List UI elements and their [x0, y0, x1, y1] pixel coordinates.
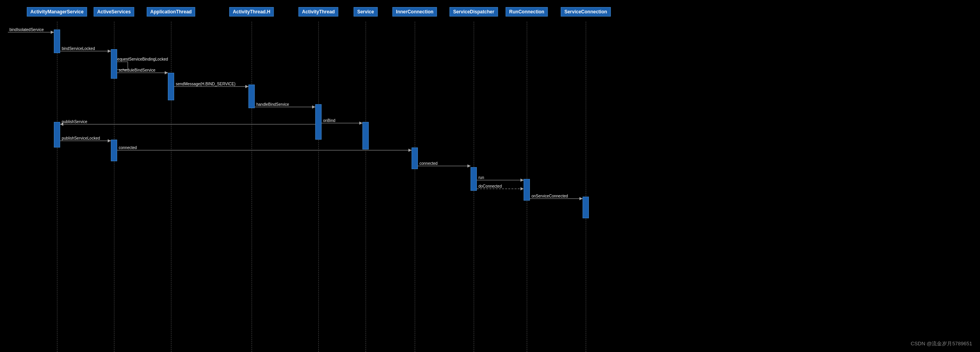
activation-box-0: [54, 29, 60, 53]
watermark: CSDN @流金岁月5789651: [911, 340, 972, 347]
activation-box-3: [248, 85, 255, 108]
lifeline-header-at: ApplicationThread: [147, 7, 195, 17]
svg-marker-4: [108, 50, 111, 53]
svg-text:sendMessage(H.BIND_SERVICE): sendMessage(H.BIND_SERVICE): [176, 82, 235, 86]
lifeline-line-ath: [252, 22, 252, 352]
svg-marker-27: [408, 149, 412, 152]
lifeline-header-rc: RunConnection: [506, 7, 548, 17]
lifeline-line-sc: [586, 22, 586, 352]
sequence-diagram: bindIsolatedServicebindServiceLockedrequ…: [0, 0, 980, 352]
lifeline-line-ic: [415, 22, 415, 352]
svg-text:publishService: publishService: [62, 120, 87, 124]
svg-marker-36: [520, 187, 524, 190]
lifeline-header-svc: Service: [354, 7, 378, 17]
arrows-layer: bindIsolatedServicebindServiceLockedrequ…: [0, 0, 980, 352]
svg-marker-33: [520, 179, 524, 182]
svg-marker-21: [60, 123, 63, 126]
activation-box-7: [111, 140, 117, 161]
svg-marker-30: [467, 164, 471, 168]
lifeline-header-sc: ServiceConnection: [561, 7, 611, 17]
lifeline-line-ams: [57, 22, 57, 352]
lifeline-line-at: [171, 22, 171, 352]
lifeline-header-ath: ActivityThread.H: [229, 7, 274, 17]
svg-marker-15: [312, 105, 315, 109]
lifeline-line-athr: [318, 22, 319, 352]
svg-text:run: run: [478, 175, 484, 180]
activation-box-4: [315, 104, 322, 140]
lifeline-header-sd: ServiceDispatcher: [450, 7, 498, 17]
svg-text:scheduleBindService: scheduleBindService: [119, 68, 156, 72]
svg-text:connected: connected: [419, 161, 438, 166]
svg-text:doConnected: doConnected: [478, 184, 502, 188]
activation-box-1: [111, 49, 117, 79]
svg-text:bindServiceLocked: bindServiceLocked: [62, 46, 95, 51]
activation-box-6: [54, 122, 60, 147]
svg-marker-9: [165, 71, 168, 74]
activation-box-8: [412, 147, 418, 169]
svg-marker-39: [579, 197, 583, 200]
svg-text:requestServiceBindingLocked: requestServiceBindingLocked: [116, 57, 168, 61]
activation-box-2: [168, 73, 174, 100]
svg-text:onServiceConnected: onServiceConnected: [531, 194, 568, 198]
lifeline-header-ic: InnerConnection: [392, 7, 437, 17]
svg-marker-12: [245, 85, 248, 88]
svg-text:handleBindService: handleBindService: [256, 102, 289, 107]
svg-text:bindIsolatedService: bindIsolatedService: [9, 28, 44, 32]
svg-text:connected: connected: [119, 146, 137, 150]
svg-marker-18: [359, 122, 362, 125]
svg-text:publishServiceLocked: publishServiceLocked: [62, 136, 100, 140]
activation-box-11: [583, 197, 589, 218]
activation-box-10: [524, 179, 530, 201]
lifeline-header-as: ActiveServices: [94, 7, 134, 17]
lifeline-header-ams: ActivityManagerService: [27, 7, 87, 17]
activation-box-5: [362, 122, 369, 149]
svg-marker-24: [108, 139, 111, 142]
svg-text:onBind: onBind: [323, 118, 335, 123]
lifeline-header-athr: ActivityThread: [298, 7, 338, 17]
activation-box-9: [471, 167, 477, 191]
lifeline-line-svc: [366, 22, 366, 352]
svg-marker-1: [51, 31, 54, 34]
